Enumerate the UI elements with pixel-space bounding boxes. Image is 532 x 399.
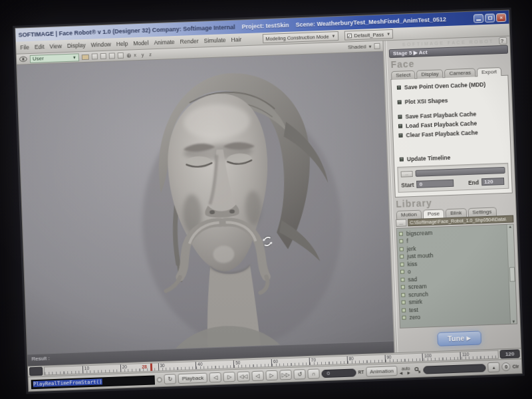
menu-item[interactable]: Display bbox=[67, 42, 86, 49]
pose-checkbox-icon[interactable] bbox=[400, 247, 404, 251]
watermark-text: SOFTIMAGE FACE ROBOT bbox=[402, 39, 494, 47]
pose-checkbox-icon[interactable] bbox=[400, 277, 404, 281]
pose-checkbox-icon[interactable] bbox=[400, 262, 404, 266]
clear-key-button[interactable]: Clr bbox=[513, 364, 519, 368]
pass-checkbox[interactable]: ✓ bbox=[346, 33, 351, 38]
script-scroll-knob[interactable] bbox=[157, 377, 162, 382]
library-tab[interactable]: Settings bbox=[467, 207, 496, 217]
auto-arrows-icon[interactable]: ◀ ▶ bbox=[400, 370, 412, 375]
play-reverse-button[interactable]: ◁ bbox=[251, 370, 264, 381]
menu-item[interactable]: Animate bbox=[154, 39, 175, 46]
library-tab[interactable]: Motion bbox=[396, 210, 422, 219]
menu-item[interactable]: Window bbox=[91, 41, 112, 49]
menu-item[interactable]: Model bbox=[133, 39, 149, 47]
view-option-button[interactable] bbox=[92, 53, 98, 59]
pose-checkbox-icon[interactable] bbox=[400, 255, 404, 259]
pose-checkbox-icon[interactable] bbox=[402, 301, 406, 305]
auto-key-control[interactable]: auto ◀ ▶ bbox=[400, 366, 412, 375]
face-tab[interactable]: Export bbox=[477, 67, 502, 76]
project-label: Project: testSkin bbox=[241, 22, 289, 31]
library-tab[interactable]: Pose bbox=[423, 209, 445, 218]
browse-button[interactable]: ... bbox=[396, 219, 406, 227]
axis-labels[interactable]: x y z bbox=[134, 52, 154, 57]
menu-item[interactable]: Simulate bbox=[203, 37, 225, 44]
display-mode-select[interactable]: Shaded bbox=[348, 43, 366, 50]
eye-icon[interactable] bbox=[19, 56, 27, 62]
pose-checkbox-icon[interactable] bbox=[400, 270, 404, 274]
loop-button[interactable]: ↺ bbox=[293, 369, 306, 380]
pose-checkbox-icon[interactable] bbox=[399, 239, 403, 243]
key-icon[interactable] bbox=[414, 366, 422, 374]
close-button[interactable]: × bbox=[496, 13, 506, 22]
end-label: End bbox=[468, 179, 479, 186]
option-box-icon bbox=[397, 86, 401, 90]
go-to-start-button[interactable]: ◁◁ bbox=[237, 371, 250, 382]
playhead[interactable]: 28 bbox=[150, 364, 152, 371]
restore-button[interactable] bbox=[485, 13, 495, 23]
view-option-button[interactable] bbox=[118, 53, 124, 59]
pose-checkbox-icon[interactable] bbox=[399, 231, 403, 235]
view-color-swatch[interactable] bbox=[82, 54, 89, 59]
result-label: Result : bbox=[31, 355, 49, 362]
play-forward-button[interactable]: ▷ bbox=[265, 370, 278, 381]
current-frame-box[interactable] bbox=[29, 367, 43, 376]
chevron-down-icon: ▼ bbox=[386, 32, 390, 36]
animation-menu-button[interactable]: Animation bbox=[366, 366, 398, 377]
refresh-icon[interactable]: ↻ bbox=[164, 374, 176, 384]
timeline-tick-label: 90 bbox=[384, 354, 392, 362]
maximize-view-button[interactable] bbox=[374, 43, 380, 49]
face-tab[interactable]: Display bbox=[416, 69, 444, 78]
menu-item[interactable]: Help bbox=[116, 41, 128, 48]
construction-mode-select[interactable]: Modeling Construction Mode ▼ bbox=[263, 31, 338, 43]
start-frame-field[interactable]: 0 bbox=[416, 180, 454, 188]
face-tab[interactable]: Cameras bbox=[444, 68, 475, 78]
option-box-icon bbox=[398, 134, 402, 138]
camera-select[interactable]: User ▼ bbox=[30, 53, 79, 63]
scroll-thumb[interactable] bbox=[509, 267, 515, 281]
menu-item[interactable]: Render bbox=[180, 38, 199, 45]
help-button[interactable]: ? bbox=[499, 37, 507, 45]
pose-checkbox-icon[interactable] bbox=[401, 293, 405, 297]
tune-arrow-icon: ▶ bbox=[466, 335, 470, 341]
scroll-down-icon[interactable]: ▼ bbox=[511, 320, 515, 324]
library-tab[interactable]: Blink bbox=[446, 208, 467, 217]
cache-file-field[interactable] bbox=[415, 167, 505, 177]
menu-item[interactable]: Edit bbox=[35, 43, 45, 51]
pose-checkbox-icon[interactable] bbox=[402, 316, 406, 320]
option-box-icon bbox=[398, 124, 402, 128]
menu-item[interactable]: View bbox=[49, 43, 62, 50]
minimize-button[interactable] bbox=[473, 13, 483, 23]
timeline-tick-label: 50 bbox=[233, 360, 241, 368]
scroll-up-icon[interactable]: ▲ bbox=[508, 225, 512, 229]
timeline-tick-label: 100 bbox=[422, 353, 432, 361]
pass-select[interactable]: ✓ Default_Pass ▼ bbox=[344, 29, 393, 41]
menu-item[interactable]: Hair bbox=[231, 36, 241, 43]
orbit-cursor-icon bbox=[261, 235, 274, 247]
pose-checkbox-icon[interactable] bbox=[401, 285, 405, 289]
timeline-range-box: ... Start 0 End 120 bbox=[397, 163, 509, 193]
3d-viewport[interactable] bbox=[17, 52, 394, 354]
view-option-button[interactable] bbox=[100, 53, 106, 59]
pose-list[interactable]: bigscream f jerk just mouth kiss bbox=[396, 224, 517, 329]
frame-forward-button[interactable]: ▷ bbox=[223, 372, 236, 382]
end-frame-box[interactable]: 120 bbox=[499, 349, 519, 358]
go-to-end-button[interactable]: ▷▷ bbox=[279, 370, 292, 380]
timeline-tick-label: 30 bbox=[158, 363, 165, 370]
playback-menu-button[interactable]: Playback bbox=[178, 373, 207, 384]
viewport-header-right: Shaded ▼ bbox=[348, 43, 380, 51]
script-command-field[interactable]: PlayRealTimeFromStart() bbox=[31, 375, 155, 389]
center-icon[interactable]: ⊕ bbox=[126, 52, 132, 59]
current-frame-field[interactable]: 0 bbox=[321, 368, 356, 378]
keyframe-up-button[interactable]: ▲ bbox=[487, 362, 500, 372]
face-tab[interactable]: Select bbox=[391, 70, 416, 80]
view-option-button[interactable] bbox=[109, 53, 115, 59]
tune-button[interactable]: Tune ▶ bbox=[437, 331, 481, 346]
keyable-parameters-field[interactable] bbox=[424, 364, 486, 374]
mini-browse-button[interactable]: ... bbox=[400, 171, 412, 178]
menu-item[interactable]: File bbox=[20, 44, 29, 51]
zero-key-button[interactable]: 0 bbox=[501, 362, 510, 371]
end-frame-field[interactable]: 120 bbox=[481, 178, 504, 186]
mute-button[interactable]: ∩ bbox=[307, 368, 320, 379]
pose-checkbox-icon[interactable] bbox=[402, 308, 406, 312]
frame-back-button[interactable]: ◁ bbox=[209, 372, 222, 383]
